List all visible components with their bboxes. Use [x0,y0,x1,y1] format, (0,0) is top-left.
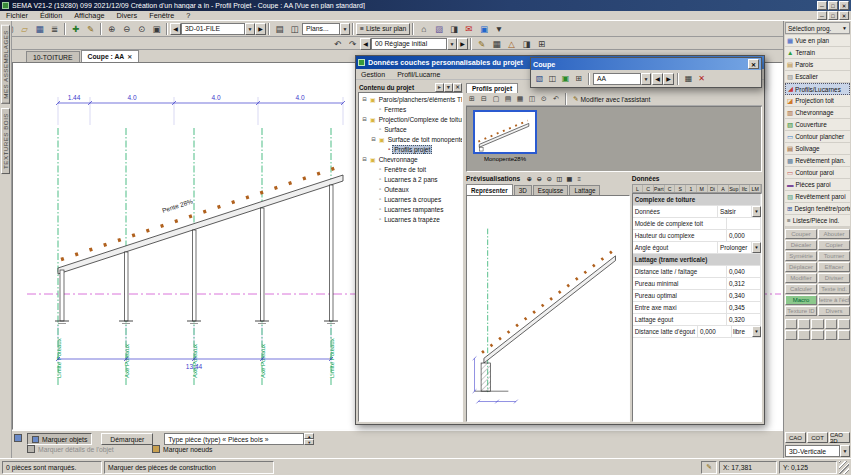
prev-view-icon[interactable]: ◀ [170,23,181,35]
layers-icon[interactable]: ▤ [272,22,287,36]
chevron-down-icon[interactable]: ▼ [752,326,761,337]
sidebar-item[interactable]: ▩ Revêtement plan. [785,155,850,167]
sidebar-item[interactable]: ▨ Escalier [785,71,850,83]
command-button[interactable]: Abouter [818,229,850,239]
preview-tab[interactable]: Représenter [466,184,513,195]
grid-setting-icon[interactable]: ▦ [489,38,504,50]
profile-thumbnail[interactable]: Monopente28% [470,110,540,168]
command-button[interactable]: Mettre à l'éch. [818,295,850,305]
maximize-icon[interactable]: □ [828,1,838,10]
close-tab-icon[interactable]: ✕ [127,53,132,60]
new-entry-icon[interactable]: ▢ [490,94,502,105]
sidebar-item[interactable]: ≡ Listes/Pièce ind. [785,215,850,227]
close-section-icon[interactable]: ✕ [695,72,708,85]
tree-item[interactable]: ▫ Lucarnes rampantes [359,204,462,214]
pv-zoom-in-icon[interactable]: ⊕ [524,174,534,184]
chevron-down-icon[interactable]: ▼ [641,73,651,85]
save-icon[interactable]: ▦ [32,22,47,36]
print-icon[interactable]: ≣ [47,22,62,36]
command-button[interactable]: Décaler [785,240,817,250]
roof-setting-icon[interactable]: △ [504,38,519,50]
view-selector-combo[interactable]: 3D-01-FILE ▼ [181,23,255,35]
chevron-down-icon[interactable]: ▼ [340,23,350,35]
more-tools-icon[interactable]: ▼ [491,22,506,36]
command-button[interactable]: Couper [785,229,817,239]
section-view-icon[interactable]: ◨ [446,22,461,36]
command-button[interactable]: Déplacer [785,262,817,272]
resize-grip[interactable] [839,461,849,474]
sidebar-item[interactable]: ◪ Projection toit [785,95,850,107]
tree-item[interactable]: ▫ Fermes [359,104,462,114]
sidebar-item[interactable]: ▧ Couverture [785,119,850,131]
tree-item[interactable]: ▫ Lucarnes à trapèze [359,214,462,224]
marquer-noeuds-label[interactable]: Marquer noeuds [163,446,213,453]
pv-zoom-fit-icon[interactable]: ⊙ [544,174,554,184]
command-button[interactable]: Effacer [818,262,850,272]
assistant-button[interactable]: ✎ Modifier avec l'assistant [570,95,653,103]
menu-item[interactable]: Fenêtre [143,11,180,21]
mail-icon[interactable]: ✉ [461,22,476,36]
selection-prog-combo[interactable]: Sélection prog. ▼ [785,22,850,34]
preview-tab[interactable]: 3D [514,185,532,195]
close-icon[interactable]: ✕ [839,11,849,20]
marking-mode-icon[interactable] [14,434,22,442]
tool-slot-icon[interactable] [811,319,823,329]
tool-slot-icon[interactable] [798,319,810,329]
type-piece-combo[interactable]: Type pièce (type) « Pièces bois » ▲ ▼ [164,433,314,445]
monitor-icon[interactable]: ▣ [476,22,491,36]
menu-item[interactable]: Édition [34,11,68,21]
chevron-down-icon[interactable]: ▼ [447,38,457,50]
value-cell[interactable]: 0,320 [727,314,761,325]
preview-icon[interactable]: ⊙ [538,94,550,105]
tree-item[interactable]: ⊟ ▣ Chevronnage [359,154,462,164]
value-cell[interactable]: Prolonger [718,242,752,253]
value2-cell[interactable]: libre [732,326,752,337]
tool-slot-icon[interactable] [825,330,837,340]
tool-slot-icon[interactable] [838,330,850,340]
add-icon[interactable]: ✚ [68,22,83,36]
tree-item[interactable]: ▫ Outeaux [359,184,462,194]
section-plane-icon[interactable]: ▧ [533,72,546,85]
document-tab[interactable]: 10-TOITURE [26,51,80,62]
sidebar-item[interactable]: ▥ Chevronnage [785,107,850,119]
column-header[interactable]: A [718,185,729,192]
list-view-icon[interactable]: ▤ [502,94,514,105]
tab-textures-bois[interactable]: TEXTURES BOIS [1,108,10,174]
minimize-icon[interactable]: ─ [817,1,827,10]
preview-canvas[interactable] [466,195,630,422]
close-icon[interactable]: ✕ [839,1,849,10]
next-view-icon[interactable]: ▶ [255,23,266,35]
command-button[interactable]: Tourner [818,251,850,261]
value-cell[interactable]: Saisir [718,206,752,217]
demarquer-button[interactable]: Démarquer [101,433,153,445]
command-button[interactable]: Modifier [785,273,817,283]
cad-button[interactable]: COT [807,432,828,443]
tree-item[interactable]: ⊟ ▣ Projection/Complexe de toiture [359,114,462,124]
value-cell[interactable]: 0,000 [698,326,732,337]
undo-change-icon[interactable]: ↶ [550,94,562,105]
marquer-details-label[interactable]: Marquer détails de l'objet [38,446,114,453]
sidebar-item[interactable]: ▤ Parois [785,59,850,71]
column-header[interactable]: Part [654,185,665,192]
sidebar-item[interactable]: ▤ Solivage [785,143,850,155]
undo-icon[interactable]: ↶ [330,38,345,50]
column-header[interactable]: L [633,185,644,192]
section-settings-icon[interactable]: ▦ [682,72,695,85]
sidebar-item[interactable]: ▭ Contour paroi [785,167,850,179]
menu-item[interactable]: Affichage [68,11,110,21]
column-header[interactable]: Di [708,185,719,192]
command-button[interactable]: Divers [818,306,850,316]
dialog-menu-item[interactable]: Profil/Lucarne [397,71,440,78]
open-icon[interactable]: ▱ [17,22,32,36]
next-setting-icon[interactable]: ▶ [457,38,468,50]
sidebar-item[interactable]: ▭ Contour plancher [785,131,850,143]
menu-item[interactable]: ? [180,11,196,21]
close-icon[interactable]: ✕ [748,59,759,69]
sidebar-item[interactable]: ▬ Pièces paroi [785,179,850,191]
column-header[interactable]: C [665,185,676,192]
chevron-down-icon[interactable]: ▼ [842,25,847,31]
command-button[interactable]: Calculer [785,284,817,294]
tree-item[interactable]: ▪ Profils projet [359,144,462,154]
column-header[interactable]: Sup [729,185,740,192]
grid-view-icon[interactable]: ▦ [514,94,526,105]
